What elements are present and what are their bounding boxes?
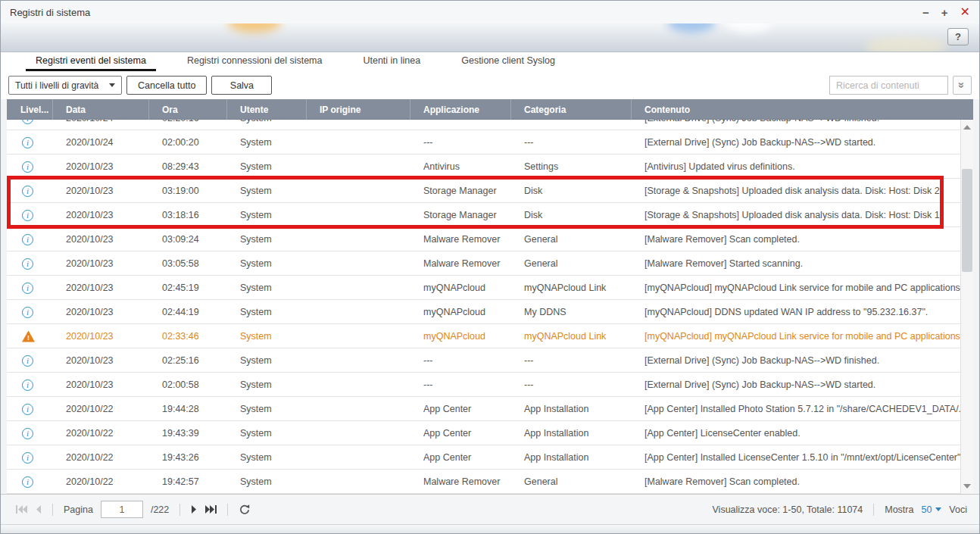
log-content: [myQNAPcloud] myQNAPcloud Link service f… bbox=[631, 324, 960, 348]
info-icon: i bbox=[22, 258, 33, 270]
log-category: --- bbox=[510, 120, 631, 130]
tab-online-users[interactable]: Utenti in linea bbox=[353, 52, 430, 71]
background-blob-blue bbox=[667, 23, 716, 33]
help-button[interactable]: ? bbox=[947, 28, 969, 45]
background-blob-orange bbox=[228, 23, 281, 33]
table-row[interactable]: i 2020/10/23 02:25:16 System --- --- [Ex… bbox=[7, 348, 960, 373]
log-user: System bbox=[226, 348, 306, 373]
table-row[interactable]: i 2020/10/23 02:00:58 System --- --- [Ex… bbox=[7, 373, 960, 397]
table-row[interactable]: i 2020/10/22 19:44:28 System App Center … bbox=[7, 397, 960, 421]
page-label: Pagina bbox=[64, 504, 93, 515]
page-size-select[interactable]: 50 bbox=[921, 504, 941, 515]
table-row[interactable]: i 2020/10/24 02:00:20 System --- --- [Ex… bbox=[7, 130, 960, 155]
save-button[interactable]: Salva bbox=[211, 76, 272, 95]
info-icon: i bbox=[22, 428, 33, 439]
column-header-user[interactable]: Utente bbox=[226, 99, 306, 120]
log-category: App Installation bbox=[510, 397, 631, 421]
log-source-ip bbox=[306, 120, 410, 130]
log-user: System bbox=[226, 445, 306, 470]
page-total: /222 bbox=[151, 504, 169, 515]
log-category: Disk bbox=[510, 203, 631, 227]
chevron-down-icon bbox=[935, 507, 941, 511]
table-row[interactable]: i 2020/10/24 02:20:16 System --- --- [Ex… bbox=[7, 120, 960, 130]
log-level-cell: i bbox=[7, 373, 52, 397]
log-time: 19:43:39 bbox=[148, 421, 226, 445]
severity-filter-select[interactable]: Tutti i livelli di gravità bbox=[8, 76, 122, 95]
tab-system-event-logs[interactable]: Registri eventi del sistema bbox=[26, 52, 156, 71]
log-date: 2020/10/23 bbox=[52, 300, 148, 324]
column-header-level[interactable]: Livel... bbox=[7, 99, 52, 120]
log-category: --- bbox=[510, 373, 631, 397]
log-user: System bbox=[226, 155, 306, 179]
table-row[interactable]: i 2020/10/22 19:43:26 System App Center … bbox=[7, 445, 960, 470]
log-source-ip bbox=[306, 203, 410, 227]
maximize-button[interactable]: + bbox=[941, 7, 948, 18]
table-row[interactable]: i 2020/10/22 19:43:39 System App Center … bbox=[7, 421, 960, 445]
log-content: [myQNAPcloud] myQNAPcloud Link service f… bbox=[631, 276, 960, 300]
background-blob-warm bbox=[864, 37, 947, 52]
log-level-cell: i bbox=[7, 130, 52, 155]
column-header-category[interactable]: Categoria bbox=[510, 99, 631, 120]
log-user: System bbox=[226, 130, 306, 155]
log-level-cell: i bbox=[7, 397, 52, 421]
minimize-button[interactable]: − bbox=[922, 7, 929, 18]
vertical-scrollbar[interactable] bbox=[960, 120, 973, 494]
table-row[interactable]: i 2020/10/23 02:44:19 System myQNAPcloud… bbox=[7, 300, 960, 324]
column-header-date[interactable]: Data bbox=[52, 99, 148, 120]
advanced-search-button[interactable]: » bbox=[953, 76, 972, 95]
log-application: Storage Manager bbox=[410, 203, 510, 227]
info-icon: i bbox=[22, 307, 33, 318]
log-date: 2020/10/24 bbox=[52, 120, 148, 130]
pagination-controls: Pagina /222 bbox=[16, 501, 251, 518]
page-number-input[interactable] bbox=[101, 501, 143, 518]
table-row[interactable]: i 2020/10/23 08:29:43 System Antivirus S… bbox=[7, 155, 960, 179]
column-header-time[interactable]: Ora bbox=[148, 99, 226, 120]
info-icon: i bbox=[22, 186, 33, 197]
log-category: My DDNS bbox=[510, 300, 631, 324]
log-content: [myQNAPcloud] DDNS updated WAN IP addres… bbox=[631, 300, 960, 324]
pagination-footer: Pagina /222 Visualizza voce: 1-50, Total… bbox=[1, 494, 979, 524]
table-header: Livel... Data Ora Utente IP origine Appl… bbox=[7, 99, 973, 120]
close-button[interactable]: ✕ bbox=[960, 6, 970, 18]
scroll-down-arrow[interactable] bbox=[961, 480, 973, 492]
refresh-button[interactable] bbox=[239, 504, 251, 516]
first-page-button[interactable] bbox=[16, 505, 27, 514]
table-row[interactable]: i 2020/10/23 03:19:00 System Storage Man… bbox=[7, 179, 960, 203]
divider bbox=[227, 504, 228, 516]
tab-bar: Registri eventi del sistema Registri con… bbox=[1, 52, 979, 71]
table-row[interactable]: i 2020/10/23 03:09:24 System Malware Rem… bbox=[7, 227, 960, 251]
log-application: myQNAPcloud bbox=[410, 300, 510, 324]
log-content: [External Drive] (Sync) Job Backup-NAS--… bbox=[631, 373, 960, 397]
log-user: System bbox=[226, 276, 306, 300]
log-category: General bbox=[510, 251, 631, 276]
clear-all-button[interactable]: Cancella tutto bbox=[126, 76, 207, 95]
table-row[interactable]: i 2020/10/23 02:45:19 System myQNAPcloud… bbox=[7, 276, 960, 300]
log-source-ip bbox=[306, 155, 410, 179]
tab-syslog-client-management[interactable]: Gestione client Syslog bbox=[451, 52, 565, 71]
column-header-content[interactable]: Contenuto bbox=[631, 99, 973, 120]
table-row[interactable]: ! 2020/10/23 02:33:46 System myQNAPcloud… bbox=[7, 324, 960, 348]
log-user: System bbox=[226, 300, 306, 324]
last-page-button[interactable] bbox=[205, 505, 217, 514]
page-size-value: 50 bbox=[921, 504, 932, 515]
log-application: --- bbox=[410, 373, 510, 397]
tab-system-connection-logs[interactable]: Registri connessioni del sistema bbox=[177, 52, 332, 71]
search-input[interactable] bbox=[829, 76, 948, 95]
previous-page-button[interactable] bbox=[35, 505, 42, 514]
scroll-up-arrow[interactable] bbox=[961, 121, 973, 133]
log-category: General bbox=[510, 227, 631, 251]
log-category: myQNAPcloud Link bbox=[510, 276, 631, 300]
log-date: 2020/10/23 bbox=[52, 324, 148, 348]
next-page-button[interactable] bbox=[191, 505, 198, 514]
table-row[interactable]: i 2020/10/23 03:18:16 System Storage Man… bbox=[7, 203, 960, 227]
log-time: 03:05:58 bbox=[148, 251, 226, 276]
scrollbar-thumb[interactable] bbox=[962, 169, 972, 272]
table-row[interactable]: i 2020/10/23 03:05:58 System Malware Rem… bbox=[7, 251, 960, 276]
column-header-source-ip[interactable]: IP origine bbox=[306, 99, 410, 120]
log-time: 02:25:16 bbox=[148, 348, 226, 373]
info-icon: i bbox=[22, 379, 33, 391]
log-content: [App Center] Installed Photo Station 5.7… bbox=[631, 397, 960, 421]
table-row[interactable]: i 2020/10/22 19:42:57 System Malware Rem… bbox=[7, 470, 960, 494]
log-application: Storage Manager bbox=[410, 179, 510, 203]
column-header-application[interactable]: Applicazione bbox=[410, 99, 510, 120]
